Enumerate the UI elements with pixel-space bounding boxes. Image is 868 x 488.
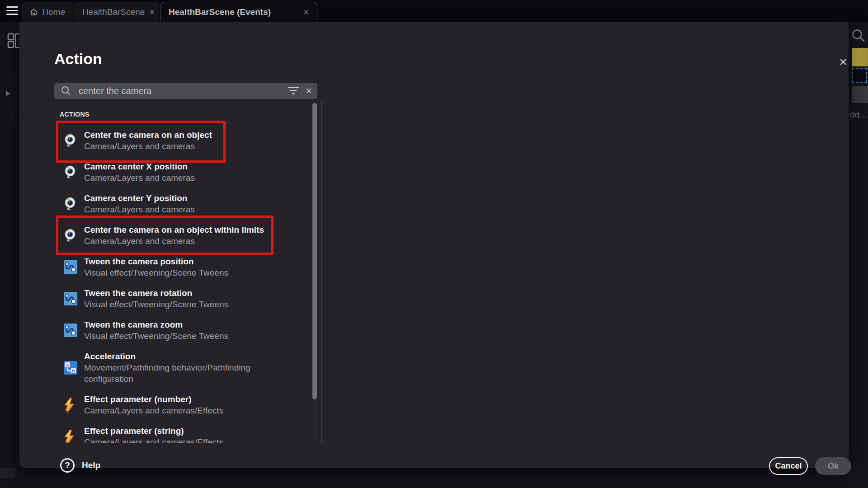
webcam-icon [64,165,76,179]
app-screen: Home HealthBarScene × HealthBarScene (Ev… [0,0,868,488]
event-drop-target[interactable] [852,68,867,83]
list-divider [321,99,322,444]
action-title: Tween the camera zoom [84,319,317,330]
tab-close-icon[interactable]: × [303,8,309,17]
hamburger-menu-icon[interactable] [6,6,18,16]
action-path: Visual effect/Tweening/Scene Tweens [84,330,297,342]
pathfinding-icon: A B [64,361,77,375]
action-path: Camera/Layers and cameras [84,141,297,152]
webcam-icon [64,134,76,147]
events-tree-line [10,113,19,113]
action-title: Effect parameter (number) [84,394,317,405]
action-title: Effect parameter (string) [84,426,317,436]
webcam-icon [64,197,76,211]
events-search-icon[interactable] [851,28,866,43]
dialog-title: Action [54,50,102,68]
toggle-panels-icon[interactable] [7,33,21,48]
scrollbar-thumb[interactable] [312,103,317,399]
event-block-gray[interactable] [852,86,868,103]
action-item-tween-camera-rotation[interactable]: Tween the camera rotation Visual effect/… [54,288,317,310]
event-block-yellow[interactable] [852,48,868,66]
action-dialog: Action × center the camera × ACTIONS [19,22,849,468]
tab-label: HealthBarScene [82,7,145,17]
filter-icon[interactable] [288,86,299,95]
action-item-center-camera-on-object[interactable]: Center the camera on an object Camera/La… [54,130,317,152]
tab-close-icon[interactable]: × [149,8,155,17]
action-path: Movement/Pathfinding behavior/Pathfindin… [84,362,297,385]
home-icon [30,8,38,17]
action-title: Camera center Y position [84,193,317,204]
tween-icon [64,324,77,337]
statusbar-fragment [0,468,15,478]
action-search-bar[interactable]: center the camera × [54,83,317,99]
action-path: Camera/Layers and cameras/Effects [84,436,297,443]
events-tree-line [10,86,19,86]
action-path: Visual effect/Tweening/Scene Tweens [84,299,297,310]
action-item-camera-center-y[interactable]: Camera center Y position Camera/Layers a… [54,193,317,215]
search-icon [61,85,71,96]
webcam-icon [64,229,76,242]
tab-home[interactable]: Home [22,2,73,22]
action-path: Camera/Layers and cameras [84,172,297,183]
action-title: Center the camera on an object [84,130,317,141]
help-button[interactable]: ? Help [60,458,100,473]
clear-search-icon[interactable]: × [306,85,312,96]
action-path: Camera/Layers and cameras [84,235,297,247]
actions-list: ACTIONS Center the camera on an object C… [54,99,317,443]
cancel-button[interactable]: Cancel [769,457,808,475]
tab-label: HealthBarScene (Events) [169,7,271,17]
action-title: Center the camera on an object within li… [84,225,317,235]
section-label: ACTIONS [60,111,317,118]
action-item-acceleration[interactable]: A B Acceleration Movement/Pathfinding be… [54,351,317,385]
add-action-link-clipped[interactable]: dd... [850,110,867,120]
lightning-icon [64,398,75,413]
help-icon: ? [60,458,75,473]
tween-icon [64,292,77,305]
action-item-tween-camera-zoom[interactable]: Tween the camera zoom Visual effect/Twee… [54,319,317,342]
action-title: Tween the camera rotation [84,288,317,299]
svg-text:A: A [66,363,69,367]
svg-text:B: B [72,369,75,373]
action-path: Visual effect/Tweening/Scene Tweens [84,267,297,278]
tab-healthbarscene-events[interactable]: HealthBarScene (Events) × [160,2,317,22]
action-item-center-camera-within-limits[interactable]: Center the camera on an object within li… [54,225,317,247]
action-title: Acceleration [84,351,317,362]
action-path: Camera/Layers and cameras [84,204,297,215]
action-item-tween-camera-position[interactable]: Tween the camera position Visual effect/… [54,256,317,278]
action-item-effect-parameter-number[interactable]: Effect parameter (number) Camera/Layers … [54,394,317,416]
tab-healthbarscene[interactable]: HealthBarScene × [74,2,159,22]
action-item-camera-center-x[interactable]: Camera center X position Camera/Layers a… [54,161,317,183]
search-input[interactable]: center the camera [79,86,288,96]
action-title: Camera center X position [84,161,317,172]
ok-button[interactable]: Ok [815,457,851,475]
events-tree-line [10,72,10,133]
action-item-effect-parameter-string[interactable]: Effect parameter (string) Camera/Layers … [54,426,317,443]
dialog-close-icon[interactable]: × [833,52,853,72]
action-title: Tween the camera position [84,256,317,267]
tab-bar: Home HealthBarScene × HealthBarScene (Ev… [0,0,868,22]
help-label: Help [82,460,100,470]
events-expand-arrow-icon[interactable] [6,90,10,97]
tween-icon [64,260,77,274]
tab-label: Home [42,7,65,17]
lightning-icon [64,430,75,443]
action-path: Camera/Layers and cameras/Effects [84,405,297,416]
